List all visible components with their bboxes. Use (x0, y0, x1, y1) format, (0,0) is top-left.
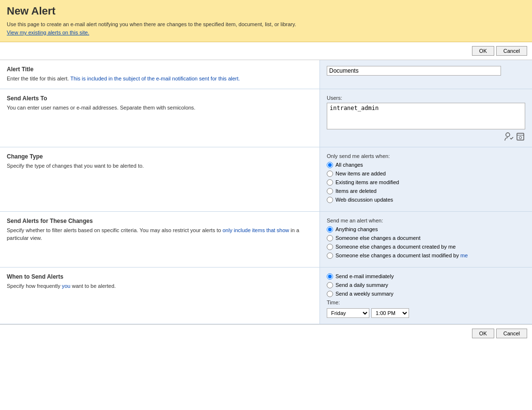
change-type-radio-3[interactable] (327, 179, 333, 186)
change-type-option-2: New items are added (327, 171, 525, 177)
when-to-send-option-2: Send a daily summary (327, 282, 525, 288)
alert-title-heading: Alert Title (7, 66, 313, 73)
send-changes-radio-1[interactable] (327, 226, 333, 233)
when-to-send-heading: When to Send Alerts (7, 273, 313, 280)
top-toolbar: OK Cancel (0, 42, 532, 60)
alert-title-desc: Enter the title for this alert. This is … (7, 75, 313, 83)
day-select[interactable]: Monday Tuesday Wednesday Thursday Friday… (327, 308, 369, 318)
send-alerts-to-right: Users: intranet_admin (319, 89, 532, 147)
send-changes-label-4: Someone else changes a document last mod… (335, 252, 468, 258)
svg-point-0 (506, 133, 510, 137)
send-alerts-changes-row: Send Alerts for These Changes Specify wh… (0, 212, 532, 268)
send-changes-radio-3[interactable] (327, 244, 333, 250)
send-alerts-to-desc: You can enter user names or e-mail addre… (7, 104, 313, 112)
change-type-right: Only send me alerts when: All changes Ne… (319, 147, 532, 211)
change-type-radio-1[interactable] (327, 162, 333, 168)
change-type-heading: Change Type (7, 153, 313, 160)
users-label: Users: (327, 95, 525, 101)
send-changes-radio-2[interactable] (327, 235, 333, 241)
change-type-radio-5[interactable] (327, 197, 333, 203)
send-alerts-to-row: Send Alerts To You can enter user names … (0, 89, 532, 147)
change-type-label-3: Existing items are modified (335, 179, 399, 185)
when-to-send-option-3: Send a weekly summary (327, 291, 525, 297)
change-type-label-4: Items are deleted (335, 188, 377, 194)
svg-point-3 (519, 136, 522, 139)
change-type-label-1: All changes (335, 162, 363, 168)
users-icons (327, 132, 525, 141)
send-alerts-changes-option-1: Anything changes (327, 226, 525, 233)
send-alerts-to-left: Send Alerts To You can enter user names … (0, 89, 319, 147)
alert-title-left: Alert Title Enter the title for this ale… (0, 60, 319, 89)
change-type-option-4: Items are deleted (327, 188, 525, 194)
change-type-left: Change Type Specify the type of changes … (0, 147, 319, 211)
change-type-option-1: All changes (327, 162, 525, 168)
page-description: Use this page to create an e-mail alert … (7, 21, 525, 27)
time-select[interactable]: 12:00 AM 1:00 AM 2:00 AM 3:00 AM 4:00 AM… (371, 308, 409, 318)
form-body: Alert Title Enter the title for this ale… (0, 60, 532, 324)
send-changes-label-1: Anything changes (335, 226, 378, 232)
change-type-label-2: New items are added (335, 171, 386, 176)
change-type-option-3: Existing items are modified (327, 179, 525, 186)
time-row: Monday Tuesday Wednesday Thursday Friday… (327, 308, 525, 318)
view-alerts-link[interactable]: View my existing alerts on this site. (7, 30, 89, 35)
when-to-send-left: When to Send Alerts Specify how frequent… (0, 268, 319, 324)
send-alerts-changes-right: Send me an alert when: Anything changes … (319, 212, 532, 267)
when-send-label-1: Send e-mail immediately (335, 273, 394, 279)
when-send-radio-3[interactable] (327, 291, 333, 297)
change-type-radio-label: Only send me alerts when: (327, 153, 525, 159)
alert-title-input[interactable] (327, 66, 501, 76)
browse-users-icon[interactable] (516, 132, 525, 141)
change-type-desc: Specify the type of changes that you wan… (7, 162, 313, 170)
page-title: New Alert (7, 5, 525, 17)
send-alerts-changes-option-4: Someone else changes a document last mod… (327, 252, 525, 259)
send-changes-radio-4[interactable] (327, 252, 333, 259)
page-header: New Alert Use this page to create an e-m… (0, 0, 532, 42)
send-alerts-to-heading: Send Alerts To (7, 95, 313, 102)
when-send-label-2: Send a daily summary (335, 282, 388, 288)
send-alerts-changes-radio-label: Send me an alert when: (327, 218, 525, 223)
change-type-label-5: Web discussion updates (335, 197, 393, 203)
when-send-radio-2[interactable] (327, 282, 333, 288)
change-type-radio-4[interactable] (327, 188, 333, 194)
when-send-radio-1[interactable] (327, 273, 333, 280)
when-to-send-row: When to Send Alerts Specify how frequent… (0, 268, 532, 324)
when-send-label-3: Send a weekly summary (335, 291, 394, 297)
change-type-row: Change Type Specify the type of changes … (0, 147, 532, 212)
send-alerts-changes-desc: Specify whether to filter alerts based o… (7, 226, 313, 242)
cancel-button-bottom[interactable]: Cancel (496, 329, 527, 338)
cancel-button-top[interactable]: Cancel (496, 46, 527, 56)
time-label: Time: (327, 300, 525, 305)
ok-button-bottom[interactable]: OK (472, 329, 494, 338)
change-type-radio-2[interactable] (327, 171, 333, 177)
when-to-send-option-1: Send e-mail immediately (327, 273, 525, 280)
send-alerts-changes-heading: Send Alerts for These Changes (7, 218, 313, 224)
send-alerts-changes-option-3: Someone else changes a document created … (327, 244, 525, 250)
ok-button-top[interactable]: OK (472, 46, 494, 56)
change-type-option-5: Web discussion updates (327, 197, 525, 203)
send-alerts-changes-option-2: Someone else changes a document (327, 235, 525, 241)
send-changes-label-2: Someone else changes a document (335, 235, 421, 241)
bottom-toolbar: OK Cancel (0, 324, 532, 342)
alert-title-right (319, 60, 532, 89)
when-to-send-desc: Specify how frequently you want to be al… (7, 282, 313, 290)
when-to-send-right: Send e-mail immediately Send a daily sum… (319, 268, 532, 324)
send-changes-label-3: Someone else changes a document created … (335, 244, 456, 250)
users-textarea[interactable]: intranet_admin (327, 103, 525, 129)
alert-title-row: Alert Title Enter the title for this ale… (0, 60, 532, 89)
time-section: Time: Monday Tuesday Wednesday Thursday … (327, 300, 525, 318)
check-names-icon[interactable] (504, 132, 514, 141)
send-alerts-changes-left: Send Alerts for These Changes Specify wh… (0, 212, 319, 267)
